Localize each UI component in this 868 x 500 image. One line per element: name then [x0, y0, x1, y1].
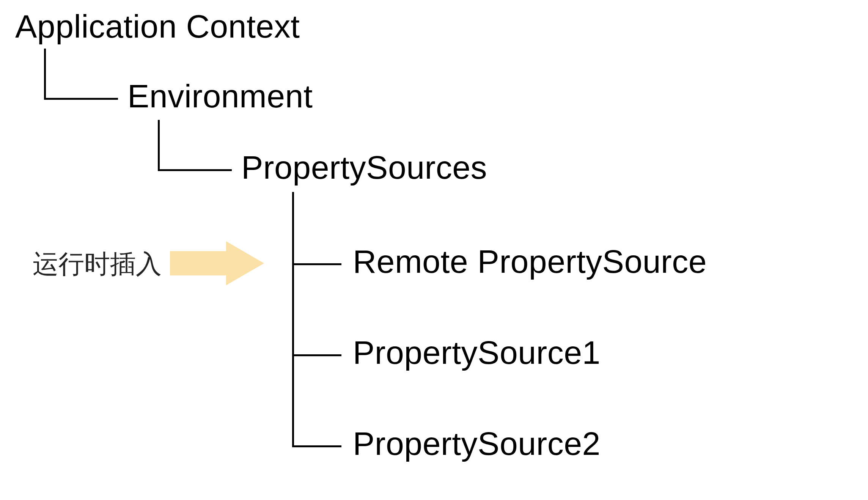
connector-branch-remote [292, 263, 341, 265]
connector-propertysources-trunk [292, 192, 294, 445]
node-propertysources: PropertySources [241, 150, 487, 184]
node-application-context: Application Context [15, 9, 300, 43]
arrow-insert-at-runtime [170, 241, 264, 285]
annotation-insert-at-runtime: 运行时插入 [33, 250, 162, 277]
connector-root-to-environment [44, 49, 118, 100]
arrow-head-icon [226, 241, 264, 285]
arrow-shaft [170, 251, 227, 275]
connector-branch-ps2 [292, 445, 341, 447]
diagram-canvas: Application Context Environment Property… [0, 0, 868, 500]
node-remote-propertysource: Remote PropertySource [353, 244, 707, 278]
node-propertysource1: PropertySource1 [353, 335, 601, 369]
connector-environment-to-propertysources [158, 120, 232, 171]
connector-branch-ps1 [292, 354, 341, 356]
node-environment: Environment [127, 79, 313, 113]
node-propertysource2: PropertySource2 [353, 426, 601, 461]
